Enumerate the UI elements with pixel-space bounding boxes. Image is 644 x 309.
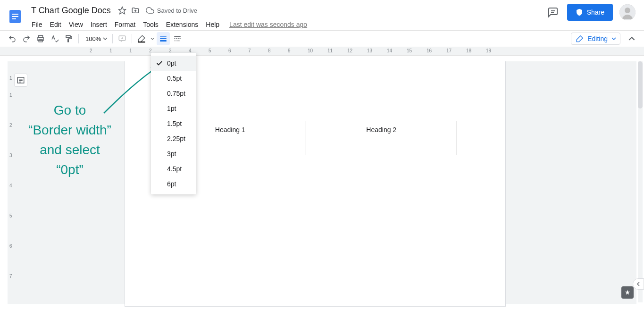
outline-icon[interactable]: [14, 74, 27, 87]
save-status-text: Saved to Drive: [157, 7, 197, 14]
border-width-option-label: 3pt: [167, 150, 176, 158]
doc-title[interactable]: T Chart Google Docs: [28, 5, 114, 17]
t-chart-table[interactable]: Heading 1 Heading 2: [154, 121, 457, 155]
workspace: 11234567: [8, 61, 636, 304]
ruler-tick: 11: [327, 48, 333, 53]
redo-icon[interactable]: [20, 32, 33, 45]
annotation-line: Go to: [13, 100, 126, 120]
explore-icon[interactable]: [621, 286, 634, 299]
separator: [112, 34, 113, 43]
border-color-dropdown-icon[interactable]: [149, 32, 156, 45]
menu-edit[interactable]: Edit: [47, 19, 65, 30]
docs-logo[interactable]: [6, 4, 25, 29]
titlebar: T Chart Google Docs Saved to Drive File …: [0, 0, 644, 30]
border-width-option[interactable]: 0pt: [151, 56, 196, 71]
border-width-option[interactable]: 4.5pt: [151, 161, 196, 176]
vertical-ruler[interactable]: 11234567: [8, 61, 15, 304]
border-width-option[interactable]: 1.5pt: [151, 116, 196, 131]
avatar[interactable]: [619, 4, 636, 20]
separator: [132, 34, 132, 43]
share-label: Share: [587, 8, 604, 16]
menu-bar: File Edit View Insert Format Tools Exten…: [28, 19, 545, 30]
border-width-option-label: 4.5pt: [167, 165, 182, 173]
ruler-tick: 3: [9, 153, 12, 158]
border-dash-icon[interactable]: [171, 32, 184, 45]
border-width-option[interactable]: 3pt: [151, 146, 196, 161]
ruler-tick: 1: [109, 48, 112, 53]
editing-mode-button[interactable]: Editing: [571, 33, 620, 45]
ruler-tick: 7: [9, 274, 12, 279]
ruler-tick: 5: [9, 213, 12, 218]
border-width-icon[interactable]: [157, 32, 170, 45]
svg-marker-4: [118, 7, 125, 14]
save-status: Saved to Drive: [146, 6, 197, 15]
annotation-line: “Border width”: [13, 120, 126, 140]
border-color-icon[interactable]: [135, 32, 148, 45]
menu-extensions[interactable]: Extensions: [163, 19, 201, 30]
star-icon[interactable]: [117, 6, 127, 15]
paint-format-icon[interactable]: [62, 32, 75, 45]
zoom-select[interactable]: 100%: [82, 35, 109, 42]
border-width-option-label: 0.5pt: [167, 75, 182, 82]
border-width-option[interactable]: 2.25pt: [151, 131, 196, 146]
ruler-tick: 14: [387, 48, 392, 53]
side-panel-toggle-icon[interactable]: [633, 278, 644, 290]
spellcheck-icon[interactable]: [48, 32, 61, 45]
horizontal-ruler[interactable]: 2112345678910111213141516171819: [0, 47, 644, 56]
collapse-toolbar-icon[interactable]: [625, 32, 638, 45]
ruler-tick: 16: [427, 48, 432, 53]
ruler-tick: 6: [228, 48, 231, 53]
ruler-tick: 17: [446, 48, 452, 53]
ruler-tick: 9: [288, 48, 291, 53]
zoom-value: 100%: [85, 35, 101, 42]
ruler-tick: 1: [129, 48, 132, 53]
move-icon[interactable]: [131, 6, 140, 15]
ruler-tick: 7: [248, 48, 251, 53]
scrollbar[interactable]: [638, 61, 643, 302]
ruler-tick: 4: [9, 183, 12, 188]
editing-label: Editing: [587, 35, 608, 42]
ruler-tick: 2: [9, 123, 12, 128]
border-width-option-label: 6pt: [167, 180, 176, 188]
border-width-option-label: 2.25pt: [167, 135, 185, 142]
table-heading-2[interactable]: Heading 2: [306, 121, 457, 138]
svg-rect-12: [66, 35, 70, 38]
ruler-tick: 8: [268, 48, 271, 53]
annotation-line: and select: [13, 140, 126, 160]
border-width-option[interactable]: 6pt: [151, 176, 196, 192]
menu-tools[interactable]: Tools: [140, 19, 162, 30]
ruler-tick: 6: [9, 243, 12, 249]
table-cell[interactable]: [306, 138, 457, 155]
separator: [78, 34, 79, 43]
border-width-option-label: 1.5pt: [167, 120, 182, 127]
menu-insert[interactable]: Insert: [87, 19, 110, 30]
border-width-option[interactable]: 1pt: [151, 101, 196, 116]
check-icon: [156, 59, 163, 67]
menu-format[interactable]: Format: [111, 19, 139, 30]
svg-rect-1: [12, 14, 18, 15]
last-edit-link[interactable]: Last edit was seconds ago: [229, 19, 307, 30]
scrollbar-thumb[interactable]: [638, 61, 643, 109]
ruler-tick: 13: [367, 48, 372, 53]
add-comment-icon[interactable]: [116, 32, 129, 45]
print-icon[interactable]: [34, 32, 47, 45]
comments-icon[interactable]: [545, 5, 560, 20]
svg-rect-2: [12, 16, 18, 17]
ruler-tick: 15: [407, 48, 412, 53]
ruler-tick: 5: [209, 48, 211, 53]
menu-help[interactable]: Help: [202, 19, 223, 30]
menu-file[interactable]: File: [28, 19, 46, 30]
svg-rect-14: [138, 42, 145, 42]
svg-point-8: [625, 8, 630, 13]
border-width-dropdown: 0pt0.5pt0.75pt1pt1.5pt2.25pt3pt4.5pt6pt: [151, 53, 196, 194]
menu-view[interactable]: View: [66, 19, 86, 30]
border-width-option[interactable]: 0.75pt: [151, 86, 196, 101]
border-width-option[interactable]: 0.5pt: [151, 71, 196, 86]
border-width-option-label: 0pt: [167, 59, 176, 67]
share-button[interactable]: Share: [567, 4, 613, 21]
toolbar: 100% Editing: [0, 30, 644, 47]
annotation-text: Go to “Border width” and select “0pt”: [13, 100, 126, 180]
svg-rect-3: [12, 18, 16, 19]
undo-icon[interactable]: [6, 32, 19, 45]
ruler-tick: 10: [308, 48, 313, 53]
